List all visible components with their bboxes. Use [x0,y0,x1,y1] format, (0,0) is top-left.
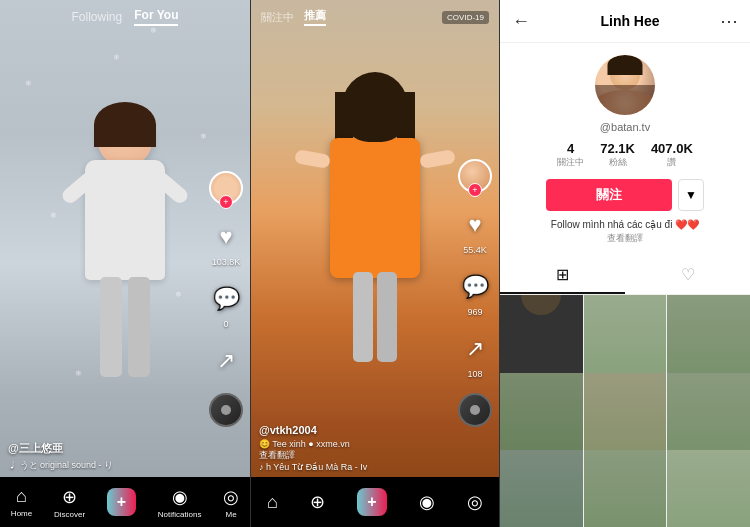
grid-item-9[interactable] [667,450,750,527]
tab-following[interactable]: Following [72,10,123,24]
tab-grid-view[interactable]: ⊞ [500,257,625,294]
followers-count: 72.1K [600,141,635,156]
back-button[interactable]: ← [512,11,530,32]
discover-icon: ⊕ [62,486,77,508]
video-username[interactable]: @三上悠亜 [8,441,200,456]
mid-bio: 😊 Tee xinh ● xxme.vn [259,439,449,449]
profile-bio: Follow mình nhá các cậu đi ❤️❤️ [551,219,699,230]
mid-comment-icon: 💬 [457,269,493,305]
mid-nav-discover[interactable]: ⊕ [310,491,325,513]
mid-music-icon [458,393,492,427]
share-button[interactable]: ↗ [208,343,244,379]
mid-notifications-icon: ◉ [419,491,435,513]
mid-profile-icon: ◎ [467,491,483,513]
mid-comment-button[interactable]: 💬 969 [457,269,493,317]
content-tabs: ⊞ ♡ [500,257,750,295]
comment-count: 0 [223,319,228,329]
mid-share-icon: ↗ [457,331,493,367]
profile-icon: ◎ [223,486,239,508]
feed-sidebar: + ♥ 103.8K 💬 0 ↗ [208,171,244,427]
nav-notifications-label: Notifications [158,510,202,519]
mid-avatar-container[interactable]: + [458,159,492,193]
nav-discover-label: Discover [54,510,85,519]
tab-for-you[interactable]: For You [134,8,178,26]
mid-follow-badge[interactable]: + [468,183,482,197]
mid-share-button[interactable]: ↗ 108 [457,331,493,379]
like-button[interactable]: ♥ 103.8K [208,219,244,267]
music-disc[interactable] [209,393,243,427]
translate-link[interactable]: 查看翻譯 [607,232,643,245]
middle-top-bar: 關注中 推薦 COVID-19 [251,0,499,34]
video-grid: ▶11.9K ▶30.4K ▶15.6K ▶14.1K [500,295,750,527]
plus-icon: + [117,493,126,511]
tab-guanzhu[interactable]: 關注中 [261,10,294,25]
mid-like-count: 55.4K [463,245,487,255]
nav-add[interactable]: + [107,488,136,516]
stat-followers: 72.1K 粉絲 [600,141,635,169]
mid-share-count: 108 [467,369,482,379]
profile-avatar [595,55,655,115]
nav-discover[interactable]: ⊕ Discover [54,486,85,519]
share-icon: ↗ [208,343,244,379]
profile-panel: ← Linh Hee ⋯ @batan.tv 4 關注中 72.1K 粉絲 40… [500,0,750,527]
mid-video-info: @vtkh2004 😊 Tee xinh ● xxme.vn 查看翻譯 ♪ h … [259,424,449,472]
mid-plus-icon: + [367,493,376,511]
mid-add-button[interactable]: + [357,488,386,516]
mid-discover-icon: ⊕ [310,491,325,513]
follow-plus-badge[interactable]: + [219,195,233,209]
mid-sound[interactable]: ♪ h Yêu Từ Đầu Mà Ra - Iv [259,462,449,472]
profile-info-section: @batan.tv 4 關注中 72.1K 粉絲 407.0K 讚 關注 ▼ F… [500,43,750,257]
mid-username[interactable]: @vtkh2004 [259,424,449,436]
home-icon: ⌂ [16,486,27,507]
follow-action-row: 關注 ▼ [546,179,704,211]
profile-handle: @batan.tv [600,121,650,133]
tab-liked-view[interactable]: ♡ [625,257,750,294]
grid-icon: ⊞ [556,265,569,284]
mid-comment-count: 969 [467,307,482,317]
bottom-navigation: ⌂ Home ⊕ Discover + ◉ Notifications ◎ Me [0,477,250,527]
mid-like-button[interactable]: ♥ 55.4K [457,207,493,255]
notifications-icon: ◉ [172,486,188,508]
orange-girl-figure [285,72,465,472]
dancer-figure [35,92,215,472]
mid-nav-me[interactable]: ◎ [467,491,483,513]
comment-button[interactable]: 💬 0 [208,281,244,329]
tab-tuijian[interactable]: 推薦 [304,8,326,26]
follow-button[interactable]: 關注 [546,179,672,211]
profile-stats: 4 關注中 72.1K 粉絲 407.0K 讚 [557,141,693,169]
creator-avatar[interactable]: + [209,171,243,205]
mid-music-disc[interactable] [458,393,492,427]
profile-header: ← Linh Hee ⋯ [500,0,750,43]
middle-sidebar: + ♥ 55.4K 💬 969 ↗ 108 [457,159,493,427]
sound-info[interactable]: ♩ うと original sound - り [8,459,200,472]
mid-bottom-navigation: ⌂ ⊕ + ◉ ◎ [251,477,499,527]
mid-nav-add[interactable]: + [357,488,386,516]
grid-item-7[interactable] [500,450,583,527]
nav-home[interactable]: ⌂ Home [11,486,32,518]
mid-nav-home[interactable]: ⌂ [267,492,278,513]
middle-tabs: 關注中 推薦 [261,8,326,26]
like-count: 103.8K [212,257,241,267]
more-options-button[interactable]: ⋯ [720,10,738,32]
nav-notifications[interactable]: ◉ Notifications [158,486,202,519]
dropdown-button[interactable]: ▼ [678,179,704,211]
followers-label: 粉絲 [609,156,627,169]
sidebar-avatar-container[interactable]: + [209,171,243,205]
likes-label: 讚 [667,156,676,169]
mid-translate[interactable]: 查看翻譯 [259,449,449,462]
mid-creator-avatar[interactable]: + [458,159,492,193]
add-button[interactable]: + [107,488,136,516]
mid-home-icon: ⌂ [267,492,278,513]
feed-panel-left: ❄ ❄ ❄ ❄ ❄ ❄ ❄ Following For You [0,0,250,527]
following-label: 關注中 [557,156,584,169]
feed-top-navigation: Following For You [0,0,250,34]
mid-nav-notifications[interactable]: ◉ [419,491,435,513]
nav-home-label: Home [11,509,32,518]
mid-heart-icon: ♥ [457,207,493,243]
nav-me[interactable]: ◎ Me [223,486,239,519]
video-info: @三上悠亜 ♩ うと original sound - り [8,441,200,472]
covid-badge: COVID-19 [442,11,489,24]
following-count: 4 [567,141,574,156]
music-record-icon [209,393,243,427]
grid-item-8[interactable] [584,450,667,527]
